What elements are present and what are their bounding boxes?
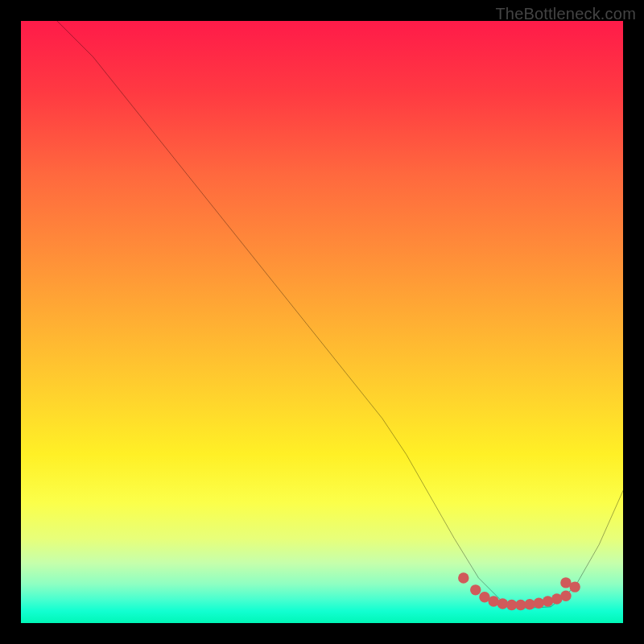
marker-group bbox=[458, 572, 580, 610]
chart-marker bbox=[534, 598, 544, 609]
chart-marker bbox=[470, 584, 481, 595]
chart-marker bbox=[458, 572, 469, 583]
chart-marker bbox=[560, 591, 571, 601]
watermark-text: TheBottleneck.com bbox=[495, 5, 636, 23]
chart-marker bbox=[560, 577, 571, 588]
chart-markers bbox=[21, 21, 623, 623]
chart-plot-area bbox=[21, 21, 623, 623]
